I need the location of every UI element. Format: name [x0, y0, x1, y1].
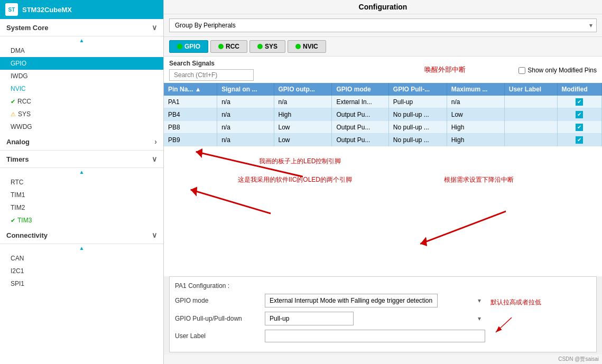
gpio-pull-select-wrapper: Pull-up Pull-down No pull-up and no pull… [265, 312, 485, 325]
tab-nvic[interactable]: NVIC [288, 40, 326, 53]
sidebar-item-i2c1[interactable]: I2C1 [0, 265, 163, 277]
cell-pin: PA1 [164, 96, 217, 108]
pa1-config-section: PA1 Configuration : GPIO mode External I… [169, 276, 597, 352]
tab-sys[interactable]: SYS [249, 40, 285, 53]
col-gpio-mode[interactable]: GPIO mode [332, 83, 388, 96]
section-system-core[interactable]: System Core ∨ [0, 19, 163, 36]
section-analog-arrow: › [154, 137, 157, 146]
section-analog-label: Analog [6, 138, 30, 146]
gpio-table: Pin Na... ▲ Signal on ... GPIO outp... G… [164, 83, 602, 146]
tabs-bar: GPIO RCC SYS NVIC [164, 37, 602, 57]
sidebar-scroll-up-connectivity[interactable]: ▲ [0, 244, 163, 252]
annotation-wake-interrupt: 唤醒外部中断 [424, 65, 466, 74]
section-timers-arrow: ∨ [152, 155, 157, 163]
gpio-pull-label: GPIO Pull-up/Pull-down [175, 315, 260, 322]
cell-max: High [447, 134, 504, 146]
sidebar-item-tim1[interactable]: TIM1 [0, 189, 163, 201]
sidebar-logo: ST [5, 3, 18, 16]
col-maximum[interactable]: Maximum ... [447, 83, 504, 96]
sidebar: ST STM32CubeMX System Core ∨ ▲ DMA GPIO … [0, 0, 164, 364]
sidebar-item-dma[interactable]: DMA [0, 44, 163, 57]
sidebar-item-tim3[interactable]: ✔ TIM3 [0, 214, 163, 227]
svg-line-3 [420, 211, 506, 244]
col-gpio-pull[interactable]: GPIO Pull-... [388, 83, 447, 96]
cell-output: n/a [274, 96, 332, 108]
config-title: Configuration [164, 0, 602, 14]
pull-annotation-arrow [490, 307, 586, 339]
cell-modified: ✔ [557, 96, 601, 108]
group-select-bar: Group By Peripherals Group By Modes [164, 14, 602, 37]
section-connectivity[interactable]: Connectivity ∨ [0, 227, 163, 244]
cell-max: n/a [447, 96, 504, 108]
cell-max: High [447, 121, 504, 134]
sidebar-item-nvic[interactable]: NVIC [0, 82, 163, 95]
sidebar-title: STM32CubeMX [22, 6, 72, 14]
gpio-mode-row: GPIO mode External Interrupt Mode with F… [175, 294, 485, 307]
sidebar-item-rtc[interactable]: RTC [0, 176, 163, 189]
sidebar-item-rcc[interactable]: ✔ RCC [0, 95, 163, 108]
group-select-wrapper: Group By Peripherals Group By Modes [169, 18, 597, 32]
cell-output: High [274, 108, 332, 121]
col-gpio-output[interactable]: GPIO outp... [274, 83, 332, 96]
search-label: Search Signals [169, 60, 254, 67]
table-row[interactable]: PB8 n/a Low Output Pu... No pull-up ... … [164, 121, 602, 134]
user-label-label: User Label [175, 332, 260, 340]
cell-pull: No pull-up ... [388, 121, 447, 134]
cell-output: Low [274, 134, 332, 146]
cell-signal: n/a [217, 108, 274, 121]
table-scroll: Pin Na... ▲ Signal on ... GPIO outp... G… [164, 83, 602, 146]
table-row[interactable]: PB4 n/a High Output Pu... No pull-up ...… [164, 108, 602, 121]
group-select[interactable]: Group By Peripherals Group By Modes [169, 18, 597, 32]
search-input[interactable] [169, 69, 254, 81]
cell-pull: No pull-up ... [388, 108, 447, 121]
gpio-mode-select[interactable]: External Interrupt Mode with Falling edg… [265, 294, 438, 307]
sidebar-item-can[interactable]: CAN [0, 252, 163, 265]
user-label-row: User Label [175, 330, 485, 342]
cell-signal: n/a [217, 96, 274, 108]
cell-mode: Output Pu... [332, 108, 388, 121]
gpio-mode-label: GPIO mode [175, 297, 260, 304]
section-timers[interactable]: Timers ∨ [0, 151, 163, 168]
cell-pin: PB9 [164, 134, 217, 146]
cell-max: Low [447, 108, 504, 121]
gpio-mode-select-wrapper: External Interrupt Mode with Falling edg… [265, 294, 485, 307]
sidebar-item-tim2[interactable]: TIM2 [0, 201, 163, 214]
annotation-oled: 这是我采用的软件IIC的OLED的两个引脚 [238, 175, 352, 184]
tab-gpio[interactable]: GPIO [169, 40, 208, 53]
col-modified[interactable]: Modified [557, 83, 601, 96]
section-timers-label: Timers [6, 155, 29, 163]
user-label-input[interactable] [265, 330, 485, 342]
cell-modified: ✔ [557, 121, 601, 134]
sidebar-scroll-up-system[interactable]: ▲ [0, 36, 163, 44]
section-connectivity-label: Connectivity [6, 231, 48, 239]
sidebar-scroll-up-timers[interactable]: ▲ [0, 168, 163, 176]
main-content: Configuration Group By Peripherals Group… [164, 0, 602, 364]
section-system-core-arrow: ∨ [152, 23, 157, 32]
nvic-tab-dot [295, 44, 301, 49]
show-modified-checkbox[interactable] [518, 67, 525, 74]
col-signal[interactable]: Signal on ... [217, 83, 274, 96]
cell-pin: PB4 [164, 108, 217, 121]
sys-tab-dot [257, 44, 263, 49]
col-pin-name[interactable]: Pin Na... ▲ [164, 83, 217, 96]
svg-line-5 [496, 318, 512, 332]
sidebar-item-iwdg[interactable]: IWDG [0, 70, 163, 82]
sidebar-item-spi1[interactable]: SPI1 [0, 277, 163, 290]
gpio-pull-select[interactable]: Pull-up Pull-down No pull-up and no pull… [265, 312, 354, 325]
svg-line-2 [191, 190, 271, 213]
cell-modified: ✔ [557, 134, 601, 146]
tab-rcc[interactable]: RCC [210, 40, 247, 53]
table-row[interactable]: PB9 n/a Low Output Pu... No pull-up ... … [164, 134, 602, 146]
section-analog[interactable]: Analog › [0, 133, 163, 151]
sidebar-item-gpio[interactable]: GPIO [0, 57, 163, 70]
cell-signal: n/a [217, 134, 274, 146]
table-row[interactable]: PA1 n/a n/a External In... Pull-up n/a ✔ [164, 96, 602, 108]
sidebar-item-wwdg[interactable]: WWDG [0, 120, 163, 133]
tim3-check-icon: ✔ [11, 217, 15, 224]
right-annotation: 默认拉高或者拉低 [485, 282, 591, 340]
show-modified-container: Show only Modified Pins [518, 67, 597, 74]
col-user-label[interactable]: User Label [504, 83, 557, 96]
annotation-arrows [164, 146, 602, 276]
sidebar-item-sys[interactable]: ⚠ SYS [0, 108, 163, 120]
cell-mode: External In... [332, 96, 388, 108]
